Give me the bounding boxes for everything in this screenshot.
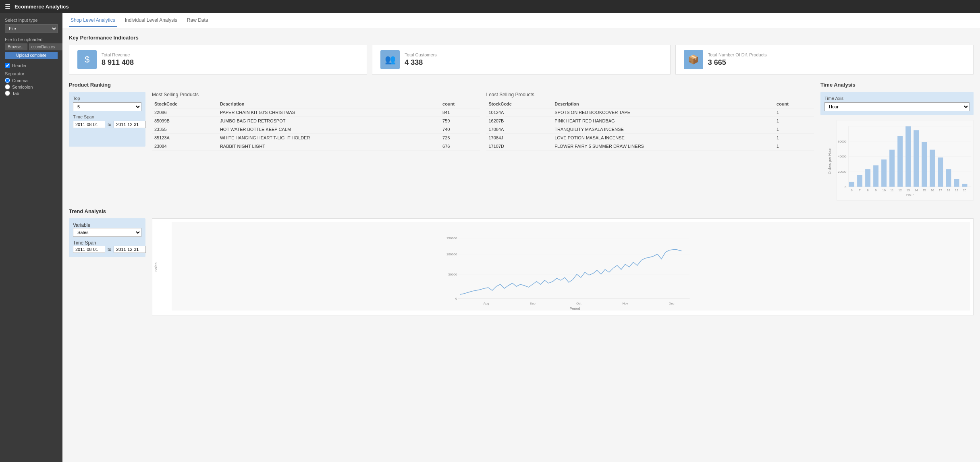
svg-text:0: 0: [845, 185, 846, 189]
product-ranking-title: Product Ranking: [69, 82, 814, 88]
kpi-card-customers: 👥 Total Customers 4 338: [372, 45, 670, 75]
svg-text:16: 16: [931, 189, 934, 192]
svg-rect-14: [865, 169, 870, 187]
time-axis-box: Time Axis Hour Day Month Year: [820, 92, 974, 115]
header-label: Header: [12, 63, 27, 68]
table-row: 10124ASPOTS ON RED BOOKCOVER TAPE1: [486, 108, 814, 117]
tab-shop-level[interactable]: Shop Level Analytics: [69, 14, 117, 27]
table-row: 23084RABBIT NIGHT LIGHT676: [152, 142, 480, 151]
svg-text:6: 6: [851, 189, 852, 192]
separator-comma: Comma: [5, 78, 58, 83]
input-type-select[interactable]: File Database: [5, 24, 58, 33]
mid-section: Product Ranking Top 3 5 10 20 Time Span: [69, 82, 974, 202]
browse-button[interactable]: Browse...: [5, 44, 27, 50]
svg-rect-26: [914, 130, 919, 187]
separator-semicolon: Semicolon: [5, 84, 58, 89]
product-ranking-section: Product Ranking Top 3 5 10 20 Time Span: [69, 82, 814, 202]
kpi-card-revenue: $ Total Revenue 8 911 408: [69, 45, 367, 75]
kpi-customers-value: 4 338: [405, 58, 436, 67]
table-row: 17107DFLOWER FAIRY 5 SUMMER DRAW LINERS1: [486, 142, 814, 151]
most-col-count: count: [440, 100, 480, 108]
header-checkbox[interactable]: [5, 63, 10, 68]
ranking-from-input[interactable]: [73, 121, 105, 128]
kpi-customers-info: Total Customers 4 338: [405, 52, 436, 67]
svg-text:40000: 40000: [838, 155, 847, 158]
svg-text:20: 20: [963, 189, 966, 192]
most-selling-table: StockCode Description count 22086PAPER C…: [152, 100, 480, 151]
svg-text:Period: Period: [569, 307, 580, 311]
table-row: 23355HOT WATER BOTTLE KEEP CALM740: [152, 125, 480, 134]
input-type-label: Select input type: [5, 18, 58, 23]
most-selling-section: Most Selling Products StockCode Descript…: [152, 92, 480, 151]
semicolon-radio[interactable]: [5, 84, 10, 89]
ranking-to-input[interactable]: [114, 121, 146, 128]
most-col-stockcode: StockCode: [152, 100, 218, 108]
tab-individual-level[interactable]: Individual Level Analysis: [123, 14, 179, 27]
svg-text:8: 8: [867, 189, 869, 192]
variable-select[interactable]: Sales Revenue Orders: [73, 228, 141, 237]
kpi-products-icon: 📦: [684, 50, 703, 69]
least-selling-title: Least Selling Products: [486, 92, 814, 97]
file-section: File to be uploaded Browse... Upload com…: [5, 37, 58, 59]
kpi-products-info: Total Number Of Dif. Products 3 665: [708, 52, 767, 67]
kpi-products-label: Total Number Of Dif. Products: [708, 52, 767, 57]
svg-text:100000: 100000: [446, 253, 457, 256]
kpi-customers-label: Total Customers: [405, 52, 436, 57]
tab-bar: Shop Level Analytics Individual Level An…: [62, 13, 980, 28]
tab-raw-data[interactable]: Raw Data: [185, 14, 210, 27]
svg-text:Sep: Sep: [529, 302, 536, 305]
least-selling-section: Least Selling Products StockCode Descrip…: [486, 92, 814, 151]
tab-radio[interactable]: [5, 91, 10, 96]
time-chart-wrapper: Orders per Hour 0: [820, 120, 974, 202]
table-row: 85099BJUMBO BAG RED RETROSPOT759: [152, 117, 480, 125]
trend-chart-area: Sales 0 50000 1000: [152, 218, 974, 315]
kpi-title: Key Performance Indicators: [69, 35, 974, 41]
kpi-card-products: 📦 Total Number Of Dif. Products 3 665: [675, 45, 974, 75]
ranking-controls-box: Top 3 5 10 20 Time Span to: [69, 92, 145, 147]
time-axis-label: Time Axis: [824, 96, 970, 101]
timespan-label-ranking: Time Span: [73, 114, 141, 119]
svg-text:Aug: Aug: [483, 302, 489, 305]
svg-rect-10: [849, 182, 854, 187]
trend-timespan-row: to: [73, 246, 141, 253]
time-y-label: Orders per Hour: [828, 148, 832, 174]
svg-text:14: 14: [915, 189, 918, 192]
kpi-revenue-value: 8 911 408: [102, 58, 134, 67]
top-select[interactable]: 3 5 10 20: [73, 102, 141, 111]
upload-button[interactable]: Upload complete: [5, 52, 58, 59]
svg-text:Oct: Oct: [576, 302, 581, 305]
svg-text:13: 13: [907, 189, 910, 192]
least-col-description: Description: [552, 100, 774, 108]
file-row: Browse...: [5, 44, 58, 50]
sidebar: Select input type File Database File to …: [0, 13, 62, 462]
svg-text:9: 9: [875, 189, 877, 192]
svg-text:Nov: Nov: [622, 302, 628, 305]
trend-to-input[interactable]: [114, 246, 146, 253]
variable-label: Variable: [73, 222, 90, 228]
time-analysis-title: Time Analysis: [820, 82, 974, 88]
svg-text:Dec: Dec: [669, 302, 674, 305]
kpi-revenue-info: Total Revenue 8 911 408: [102, 52, 134, 67]
table-row: 85123AWHITE HANGING HEART T-LIGHT HOLDER…: [152, 134, 480, 142]
svg-text:7: 7: [859, 189, 860, 192]
comma-radio[interactable]: [5, 78, 10, 83]
svg-text:60000: 60000: [838, 140, 847, 143]
svg-text:50000: 50000: [448, 273, 457, 276]
separator-section: Separator Comma Semicolon Tab: [5, 71, 58, 96]
tab-label: Tab: [12, 91, 19, 96]
least-selling-table: StockCode Description count 10124ASPOTS …: [486, 100, 814, 151]
trend-from-input[interactable]: [73, 246, 105, 253]
time-bar-chart: 0 20000 40000 60000 67891011121314151617…: [837, 120, 974, 201]
svg-text:11: 11: [891, 189, 894, 192]
least-col-stockcode: StockCode: [486, 100, 552, 108]
semicolon-label: Semicolon: [12, 85, 33, 89]
kpi-revenue-label: Total Revenue: [102, 52, 134, 57]
kpi-customers-icon: 👥: [380, 50, 400, 69]
kpi-products-value: 3 665: [708, 58, 767, 67]
menu-icon[interactable]: ☰: [5, 3, 10, 10]
product-tables: Most Selling Products StockCode Descript…: [152, 92, 814, 151]
time-axis-select[interactable]: Hour Day Month Year: [824, 102, 970, 111]
kpi-row: $ Total Revenue 8 911 408 👥 Total Custom…: [69, 45, 974, 75]
main-area: Shop Level Analytics Individual Level An…: [62, 13, 980, 462]
svg-rect-34: [946, 169, 951, 187]
